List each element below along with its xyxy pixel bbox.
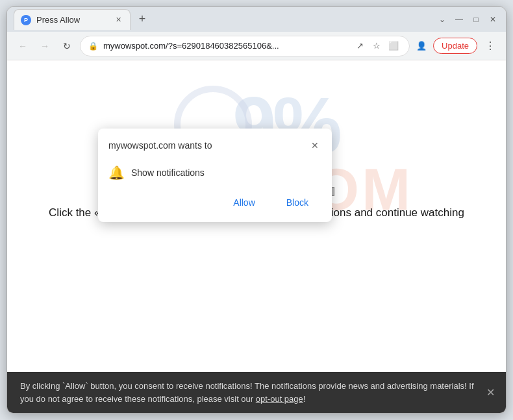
share-icon: ↗ bbox=[357, 41, 364, 51]
reload-button[interactable]: ↻ bbox=[58, 37, 76, 55]
banner-text-end: ! bbox=[303, 394, 306, 404]
address-actions: ↗ ☆ ⬜ bbox=[352, 38, 401, 54]
tab-favicon: P bbox=[21, 15, 31, 25]
allow-button[interactable]: Allow bbox=[220, 193, 268, 212]
notification-label: Show notifications bbox=[131, 167, 205, 178]
tab-search-button[interactable]: ⬜ bbox=[386, 38, 401, 54]
forward-icon: → bbox=[40, 41, 49, 51]
menu-button[interactable]: ⋮ bbox=[481, 37, 499, 55]
tab-label: Press Allow bbox=[36, 15, 80, 25]
banner-close-button[interactable]: ✕ bbox=[482, 385, 498, 401]
popup-header: mywowspot.com wants to ✕ bbox=[108, 139, 321, 152]
window-controls: ⌄ — □ ✕ bbox=[436, 13, 499, 26]
block-button[interactable]: Block bbox=[273, 193, 321, 212]
main-text-before: Click the « bbox=[49, 206, 100, 219]
minimize-button[interactable]: — bbox=[453, 13, 466, 26]
lock-icon: 🔒 bbox=[88, 42, 98, 51]
opt-out-link[interactable]: opt-out page bbox=[256, 394, 303, 404]
title-bar: P Press Allow ✕ + ⌄ — □ ✕ bbox=[7, 7, 506, 32]
tab-close-btn[interactable]: ✕ bbox=[113, 15, 123, 25]
bell-icon: 🔔 bbox=[108, 165, 125, 180]
close-button[interactable]: ✕ bbox=[486, 13, 499, 26]
address-bar[interactable]: 🔒 mywowspot.com/?s=629018460382565106&..… bbox=[80, 36, 410, 56]
chevron-down-btn[interactable]: ⌄ bbox=[436, 13, 449, 26]
bottom-banner: By clicking `Allow` button, you consent … bbox=[7, 372, 506, 413]
browser-window: P Press Allow ✕ + ⌄ — □ ✕ ← → ↻ 🔒 mywows… bbox=[6, 6, 507, 414]
share-button[interactable]: ↗ bbox=[352, 38, 368, 54]
profile-button[interactable]: 👤 bbox=[414, 38, 429, 54]
popup-notification-row: 🔔 Show notifications bbox=[108, 160, 321, 186]
popup-buttons: Allow Block bbox=[108, 193, 321, 212]
back-button[interactable]: ← bbox=[14, 37, 32, 55]
page-content: 9% RISK.COM Click the «Allow» button to … bbox=[7, 60, 506, 372]
popup-close-button[interactable]: ✕ bbox=[308, 139, 321, 152]
notification-popup: mywowspot.com wants to ✕ 🔔 Show notifica… bbox=[98, 129, 332, 222]
tab-icon: ⬜ bbox=[388, 41, 399, 51]
url-text: mywowspot.com/?s=629018460382565106&... bbox=[103, 41, 347, 51]
maximize-button[interactable]: □ bbox=[469, 13, 482, 26]
bookmark-button[interactable]: ☆ bbox=[369, 38, 384, 54]
back-icon: ← bbox=[18, 41, 27, 51]
browser-tab[interactable]: P Press Allow ✕ bbox=[14, 9, 131, 30]
new-tab-button[interactable]: + bbox=[133, 10, 151, 28]
banner-text: By clicking `Allow` button, you consent … bbox=[20, 381, 474, 404]
menu-icon: ⋮ bbox=[485, 40, 495, 52]
popup-title: mywowspot.com wants to bbox=[108, 140, 212, 151]
reload-icon: ↻ bbox=[63, 41, 71, 51]
star-icon: ☆ bbox=[373, 41, 381, 51]
profile-icon: 👤 bbox=[416, 41, 427, 51]
toolbar: ← → ↻ 🔒 mywowspot.com/?s=629018460382565… bbox=[7, 32, 506, 60]
update-button[interactable]: Update bbox=[433, 38, 477, 54]
forward-button[interactable]: → bbox=[36, 37, 54, 55]
